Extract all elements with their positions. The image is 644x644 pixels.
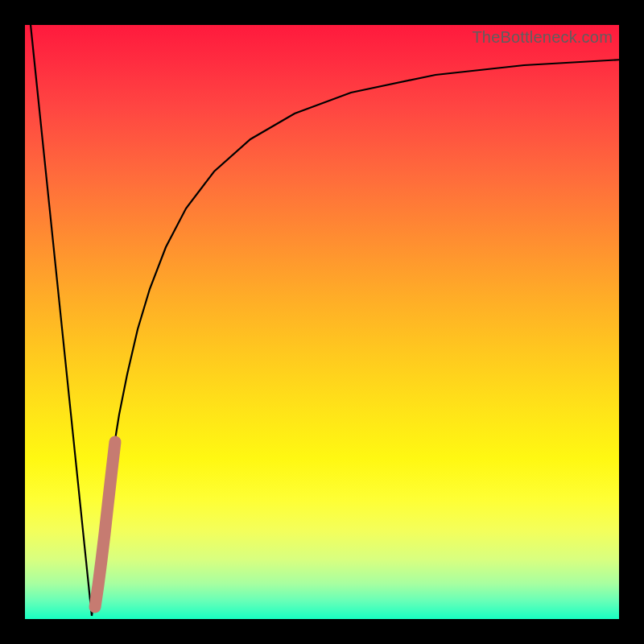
curve-left-branch xyxy=(30,25,92,616)
highlight-hump xyxy=(95,442,115,607)
watermark-text: TheBottleneck.com xyxy=(472,28,613,47)
curve-right-branch xyxy=(92,60,619,616)
curve-layer xyxy=(25,25,619,619)
plot-area: TheBottleneck.com xyxy=(25,25,619,619)
chart-frame: TheBottleneck.com xyxy=(0,0,644,644)
